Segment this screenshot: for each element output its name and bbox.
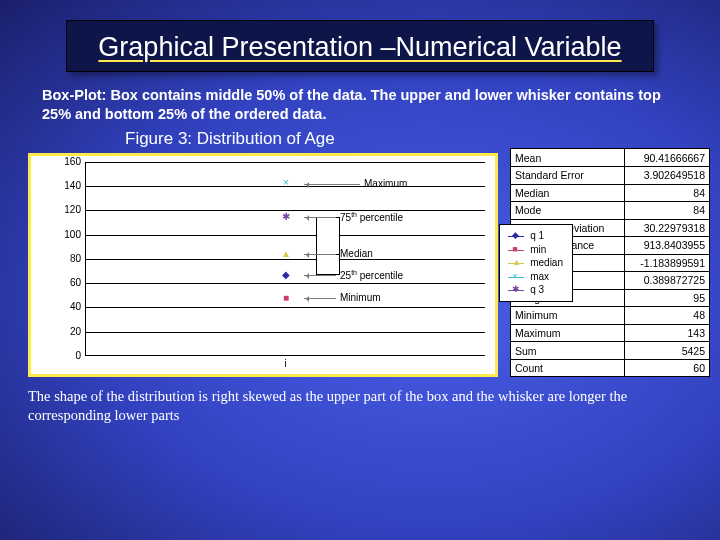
arrow-p75 xyxy=(304,217,336,218)
label-minimum: Minimum xyxy=(340,292,381,303)
table-row: Count60 xyxy=(511,359,710,377)
label-maximum: Maximum xyxy=(364,178,407,189)
ytick-80: 80 xyxy=(61,253,81,264)
median-marker: ▲ xyxy=(281,249,291,259)
q3-marker: ✱ xyxy=(282,212,290,222)
box-body xyxy=(316,217,340,275)
legend-median: median xyxy=(528,257,565,269)
figure-title: Figure 3: Distribution of Age xyxy=(125,129,720,149)
table-row: Median84 xyxy=(511,184,710,202)
label-p75: 75th percentile xyxy=(340,211,403,223)
ytick-120: 120 xyxy=(61,204,81,215)
ytick-100: 100 xyxy=(61,229,81,240)
label-p25: 25th percentile xyxy=(340,269,403,281)
ytick-160: 160 xyxy=(61,156,81,167)
table-row: Mode84 xyxy=(511,202,710,220)
title-box: Graphical Presentation –Numerical Variab… xyxy=(66,20,654,72)
ytick-60: 60 xyxy=(61,277,81,288)
slide-title: Graphical Presentation –Numerical Variab… xyxy=(81,31,639,65)
arrow-p25 xyxy=(304,275,336,276)
table-row: Sum5425 xyxy=(511,342,710,360)
ytick-20: 20 xyxy=(61,326,81,337)
content-row: 0 20 40 60 80 100 120 140 160 × ✱ ▲ ◆ ■ xyxy=(28,153,720,377)
plot-area: × ✱ ▲ ◆ ■ Maximum 75th percentile Median… xyxy=(85,162,485,356)
legend-max: max xyxy=(528,271,565,283)
arrow-min xyxy=(304,298,336,299)
label-median: Median xyxy=(340,248,373,259)
table-row: Maximum143 xyxy=(511,324,710,342)
boxplot-chart: 0 20 40 60 80 100 120 140 160 × ✱ ▲ ◆ ■ xyxy=(28,153,498,377)
x-category: i xyxy=(284,358,286,369)
boxplot-description: Box-Plot: Box contains middle 50% of the… xyxy=(42,86,678,124)
ytick-0: 0 xyxy=(61,350,81,361)
min-marker: ■ xyxy=(283,293,289,303)
legend-min: min xyxy=(528,244,565,256)
legend-q3: q 3 xyxy=(528,284,565,296)
arrow-median xyxy=(304,254,336,255)
ytick-140: 140 xyxy=(61,180,81,191)
table-row: Standard Error3.902649518 xyxy=(511,166,710,184)
max-marker: × xyxy=(283,178,289,188)
table-row: Minimum48 xyxy=(511,307,710,325)
chart-legend: q 1 min median max q 3 xyxy=(499,224,573,302)
table-row: Mean90.41666667 xyxy=(511,149,710,167)
q1-marker: ◆ xyxy=(282,270,290,280)
footer-note: The shape of the distribution is right s… xyxy=(28,387,692,423)
arrow-max xyxy=(304,184,360,185)
legend-q1: q 1 xyxy=(528,230,565,242)
ytick-40: 40 xyxy=(61,301,81,312)
